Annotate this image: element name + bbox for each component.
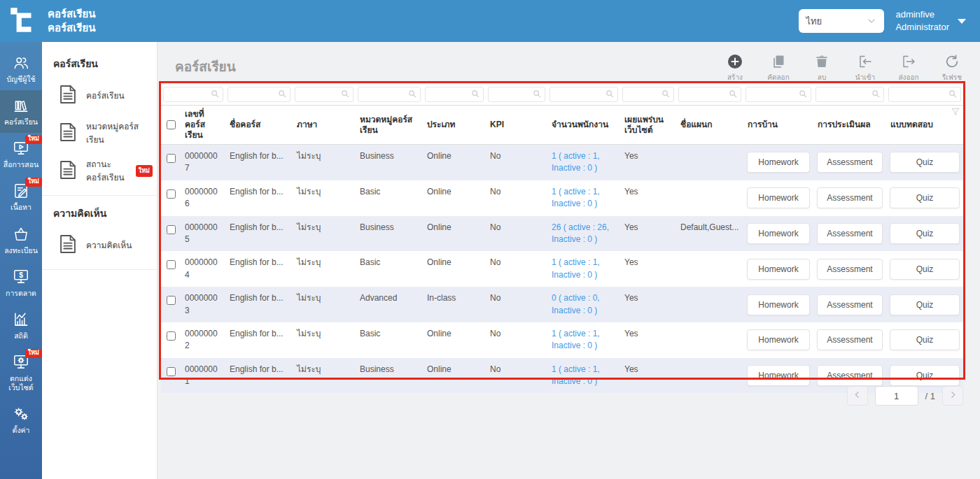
app-title-line1: คอร์สเรียน [48, 7, 95, 21]
search-icon [277, 89, 287, 99]
assessment-button[interactable]: Assessment [817, 365, 883, 386]
homework-button[interactable]: Homework [747, 259, 810, 280]
column-header-2[interactable]: ภาษา [293, 106, 356, 144]
page-title: คอร์สเรียน [175, 56, 236, 77]
cell-category: Business [356, 358, 423, 394]
cell-department [676, 358, 743, 394]
homework-button[interactable]: Homework [747, 365, 810, 386]
submenu-section-header: คอร์สเรียน [42, 50, 157, 77]
assessment-button[interactable]: Assessment [817, 329, 883, 350]
quiz-button[interactable]: Quiz [890, 329, 960, 350]
cell-kpi: No [486, 145, 547, 180]
assessment-button[interactable]: Assessment [817, 187, 883, 208]
submenu-section-0: คอร์สเรียน คอร์สเรียน หมวดหมู่คอร์สเรียน… [42, 50, 157, 196]
submenu-item-1-0[interactable]: ความคิดเห็น [42, 227, 157, 264]
homework-button[interactable]: Homework [747, 329, 810, 350]
homework-button[interactable]: Homework [747, 294, 810, 315]
column-header-1[interactable]: ชื่อคอร์ส [225, 106, 293, 144]
next-page-button[interactable] [942, 386, 963, 406]
column-header-3[interactable]: หมวดหมู่คอร์สเรียน [356, 106, 423, 144]
homework-button[interactable]: Homework [747, 152, 810, 173]
employee-count-link[interactable]: 1 ( active : 1, Inactive : 0 ) [547, 322, 620, 358]
sidebar-item-2[interactable]: ใหม่ สื่อการสอน [0, 133, 42, 176]
cell-department [676, 287, 743, 322]
quiz-button[interactable]: Quiz [890, 152, 960, 173]
row-checkbox[interactable] [167, 296, 176, 305]
assessment-button[interactable]: Assessment [817, 259, 883, 280]
employee-count-link[interactable]: 1 ( active : 1, Inactive : 0 ) [547, 180, 620, 216]
prev-page-button[interactable] [847, 386, 868, 406]
cell-department [676, 322, 743, 358]
cell-category: Basic [356, 180, 423, 216]
toolbar-delete-trash-button[interactable]: ลบ [808, 53, 836, 83]
toolbar-import-button[interactable]: นำเข้า [851, 53, 879, 83]
create-plus-icon [727, 53, 743, 70]
employee-count-link[interactable]: 1 ( active : 1, Inactive : 0 ) [547, 145, 620, 180]
main-area: คอร์สเรียน สร้าง คัดลอก ลบ นำเข้า ส่งออก… [158, 42, 980, 479]
homework-button[interactable]: Homework [747, 187, 810, 208]
table-row: 00000002 English for b... ไม่ระบุ Basic … [161, 322, 963, 358]
sidebar-item-3[interactable]: ใหม่ เนื้อหา [0, 176, 42, 218]
row-checkbox[interactable] [167, 225, 176, 234]
user-menu[interactable]: adminfive Administrator [895, 8, 966, 34]
cell-kpi: No [486, 358, 547, 394]
website-decorate-icon [12, 364, 30, 373]
toolbar-export-button[interactable]: ส่งออก [895, 53, 923, 83]
column-header-7[interactable]: เผยแพร่บนเว็บไซต์ [620, 106, 676, 144]
sidebar-item-label: บัญชีผู้ใช้ [6, 75, 35, 84]
page-input[interactable] [875, 386, 918, 406]
employee-count-link[interactable]: 1 ( active : 1, Inactive : 0 ) [547, 358, 620, 394]
statistics-icon [12, 322, 30, 330]
employee-count-link[interactable]: 0 ( active : 0, Inactive : 0 ) [547, 287, 620, 322]
row-checkbox[interactable] [167, 260, 176, 269]
assessment-button[interactable]: Assessment [817, 294, 883, 315]
cell-published: Yes [620, 287, 676, 322]
marketing-icon: $ [12, 279, 30, 287]
employee-count-link[interactable]: 26 ( active : 26, Inactive : 0 ) [547, 216, 620, 252]
sidebar-item-6[interactable]: สถิติ [0, 304, 42, 347]
search-icon [470, 89, 480, 99]
quiz-button[interactable]: Quiz [890, 259, 960, 280]
toolbar-create-plus-button[interactable]: สร้าง [721, 53, 749, 83]
employee-count-link[interactable]: 1 ( active : 1, Inactive : 0 ) [547, 251, 620, 287]
column-header-10[interactable]: การประเมินผล [813, 106, 886, 144]
sidebar-item-1[interactable]: คอร์สเรียน [0, 90, 42, 133]
sidebar-item-8[interactable]: ตั้งค่า [0, 399, 42, 441]
cell-kpi: No [486, 180, 547, 216]
assessment-button[interactable]: Assessment [817, 152, 883, 173]
topbar: คอร์สเรียน คอร์สเรียน ไทย adminfive Admi… [0, 0, 980, 42]
column-header-8[interactable]: ชื่อแผนก [676, 106, 743, 144]
homework-button[interactable]: Homework [747, 223, 810, 244]
quiz-button[interactable]: Quiz [890, 365, 960, 386]
submenu-item-0-0[interactable]: คอร์สเรียน [42, 77, 157, 114]
row-checkbox[interactable] [167, 331, 176, 341]
column-header-9[interactable]: การบ้าน [743, 106, 813, 144]
submenu-item-label: หมวดหมู่คอร์สเรียน [86, 120, 153, 146]
submenu-item-0-2[interactable]: สถานะคอร์สเรียน ใหม่ [42, 152, 157, 190]
new-badge: ใหม่ [25, 135, 42, 144]
quiz-button[interactable]: Quiz [890, 223, 960, 244]
sidebar-item-5[interactable]: $ การตลาด [0, 262, 42, 304]
quiz-button[interactable]: Quiz [890, 187, 960, 208]
column-header-6[interactable]: จำนวนพนักงาน [547, 106, 620, 144]
select-all-checkbox[interactable] [167, 120, 176, 129]
language-select[interactable]: ไทย [799, 9, 884, 33]
main-header: คอร์สเรียน สร้าง คัดลอก ลบ นำเข้า ส่งออก… [158, 42, 980, 83]
column-header-5[interactable]: KPI [486, 106, 547, 144]
table-row: 00000006 English for b... ไม่ระบุ Basic … [161, 180, 963, 216]
assessment-button[interactable]: Assessment [817, 223, 883, 244]
submenu-item-0-1[interactable]: หมวดหมู่คอร์สเรียน [42, 114, 157, 152]
toolbar-refresh-button[interactable]: รีเฟรช [938, 53, 966, 83]
column-header-4[interactable]: ประเภท [423, 106, 486, 144]
row-checkbox[interactable] [167, 190, 176, 199]
column-header-0[interactable]: เลขที่คอร์สเรียน [181, 106, 225, 144]
cell-published: Yes [620, 145, 676, 180]
sidebar-item-0[interactable]: บัญชีผู้ใช้ [0, 48, 42, 90]
toolbar-copy-button[interactable]: คัดลอก [764, 53, 792, 83]
row-checkbox[interactable] [167, 367, 176, 376]
sidebar-item-4[interactable]: ลงทะเบียน [0, 219, 42, 262]
sidebar-item-7[interactable]: ใหม่ ตกแต่งเว็บไซต์ [0, 347, 42, 399]
cell-language: ไม่ระบุ [293, 358, 356, 394]
row-checkbox[interactable] [167, 154, 176, 163]
quiz-button[interactable]: Quiz [890, 294, 960, 315]
